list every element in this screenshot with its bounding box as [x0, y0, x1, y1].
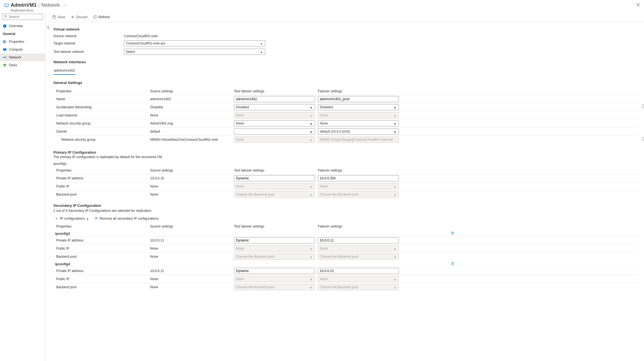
- ipconfig4-title: ipconfig4: [55, 262, 70, 266]
- collapse-sidebar-icon[interactable]: [46, 25, 51, 30]
- refresh-button[interactable]: Refresh: [91, 13, 112, 21]
- select-ipconfig4-pub-test: None▾: [234, 276, 315, 282]
- select-subnet-test[interactable]: ▾: [234, 128, 315, 135]
- value-source-network: ContosoCloudRG-vnet: [124, 34, 158, 38]
- nav-disks[interactable]: Disks: [0, 61, 45, 69]
- close-icon[interactable]: [636, 2, 641, 7]
- select-accel-failover[interactable]: Disabled▾: [318, 104, 399, 110]
- info-icon[interactable]: i: [642, 104, 644, 108]
- select-nsg-test[interactable]: None▾: [234, 120, 315, 126]
- svg-rect-1: [5, 4, 8, 6]
- row-load-balancer: Load balancer None None▾ None▾: [53, 111, 640, 119]
- row-ipconfig3-be: Backend pool None Choose the Backend poo…: [53, 252, 640, 261]
- nav-overview[interactable]: i Overview: [0, 22, 45, 30]
- primary-ip-note: The primary IP configuration is replicat…: [53, 155, 640, 159]
- select-ipconfig4-be-failover: Choose the Backend pool▾: [318, 284, 399, 290]
- row-ipconfig4-be: Backend pool None Choose the Backend poo…: [53, 283, 640, 291]
- row-subnet: Subnet default ▾ default (10.0.0.0/24)▾: [53, 127, 640, 135]
- input-ipconfig3-priv-test[interactable]: [234, 237, 315, 243]
- chevron-down-icon: ▾: [261, 42, 263, 45]
- row-primary-public-ip: Public IP None None▾ None▾: [53, 182, 640, 190]
- input-primary-priv-test[interactable]: [234, 175, 315, 181]
- secondary-grid-header: Properties Source settings Test failover…: [53, 223, 640, 230]
- row-ipconfig3-priv: Private IP address 10.0.0.11: [53, 236, 640, 244]
- select-subnet-nsg-test: None▾: [234, 137, 315, 143]
- delete-ipconfig4-icon[interactable]: [451, 262, 454, 266]
- section-general-settings: General Settings: [53, 81, 640, 85]
- row-accelerated-networking: Accelerated Networking Disabled Disabled…: [53, 103, 640, 111]
- section-secondary-ip: Secondary IP Configuration: [53, 203, 640, 208]
- select-primary-be-test: Choose the Backend pool▾: [234, 191, 315, 198]
- svg-point-12: [5, 56, 6, 57]
- input-ipconfig4-priv-failover[interactable]: [318, 268, 399, 274]
- svg-rect-10: [4, 51, 6, 51]
- select-target-network[interactable]: ContosoCloudRG-vnet-asr ▾: [124, 40, 265, 46]
- disks-icon: [3, 63, 7, 67]
- row-ipconfig3-pub: Public IP None None▾ None▾: [53, 244, 640, 252]
- blade-header: AdminVM1 | Network ⋯ Replicated items: [0, 0, 644, 12]
- svg-point-13: [5, 58, 6, 59]
- info-icon[interactable]: i: [642, 137, 644, 141]
- svg-point-11: [3, 57, 4, 58]
- network-icon: [3, 55, 7, 59]
- add-ip-config-button[interactable]: ＋ IP configurations ▾: [55, 216, 89, 221]
- label-target-network: Target network: [53, 41, 124, 45]
- delete-ipconfig3-icon[interactable]: [451, 231, 454, 235]
- select-lb-failover: None▾: [318, 112, 399, 118]
- nav-label: Compute: [9, 48, 23, 51]
- select-accel-test[interactable]: Disabled▾: [234, 104, 315, 110]
- section-network-interfaces: Network interfaces: [53, 60, 640, 64]
- plus-icon: ＋: [55, 216, 58, 221]
- input-subnet-nsg-failover: [318, 137, 399, 143]
- svg-point-3: [4, 15, 6, 17]
- row-ipconfig4-priv: Private IP address 10.0.0.12: [53, 267, 640, 275]
- discard-button[interactable]: Discard: [69, 13, 89, 21]
- nav-label: Disks: [9, 63, 17, 67]
- nav-compute[interactable]: Compute: [0, 46, 45, 53]
- sidebar: i Overview General Properties Compute: [0, 12, 46, 361]
- svg-rect-7: [4, 40, 5, 43]
- search-icon: [4, 15, 7, 18]
- row-nsg: Network security group AdminVM1-nsg None…: [53, 119, 640, 127]
- svg-rect-15: [53, 16, 55, 17]
- remove-all-ip-config-button[interactable]: Remove all secondary IP configurations: [94, 217, 158, 221]
- section-primary-ip: Primary IP Configuration: [53, 150, 640, 154]
- select-ipconfig4-be-test: Choose the Backend pool▾: [234, 284, 315, 290]
- compute-icon: [3, 48, 7, 51]
- properties-icon: [3, 40, 7, 44]
- nav-label: Overview: [9, 24, 23, 28]
- select-ipconfig3-pub-test: None▾: [234, 245, 315, 252]
- select-ipconfig3-be-failover: Choose the Backend pool▾: [318, 254, 399, 260]
- label-test-failover-network: Test failover network: [53, 50, 124, 54]
- input-name-failover[interactable]: [318, 96, 399, 102]
- input-ipconfig4-priv-test[interactable]: [234, 268, 315, 274]
- sidebar-search[interactable]: [2, 14, 43, 20]
- input-primary-priv-failover[interactable]: [318, 175, 399, 181]
- svg-rect-6: [3, 40, 4, 43]
- ipconfig3-title: ipconfig3: [55, 232, 70, 236]
- select-ipconfig3-pub-failover: None▾: [318, 245, 399, 252]
- chevron-down-icon: ▾: [87, 217, 89, 220]
- select-test-failover-network[interactable]: Select ▾: [124, 49, 265, 55]
- row-ipconfig4-pub: Public IP None None▾ None▾: [53, 275, 640, 283]
- svg-rect-2: [6, 7, 7, 7]
- title-sub: Network: [41, 2, 60, 8]
- section-virtual-network: Virtual network: [53, 27, 640, 31]
- select-ipconfig4-pub-failover: None▾: [318, 276, 399, 282]
- select-lb-test: None▾: [234, 112, 315, 118]
- select-primary-pub-test: None▾: [234, 183, 315, 189]
- nav-properties[interactable]: Properties: [0, 38, 45, 46]
- svg-rect-9: [3, 48, 6, 50]
- select-primary-be-failover: Choose the Backend pool▾: [318, 191, 399, 198]
- select-nsg-failover[interactable]: None▾: [318, 120, 399, 126]
- input-name-test[interactable]: [234, 96, 315, 102]
- save-button[interactable]: Save: [51, 13, 67, 21]
- svg-rect-8: [6, 40, 6, 43]
- title-separator: |: [38, 2, 40, 8]
- input-ipconfig3-priv-failover[interactable]: [318, 237, 399, 243]
- title-main: AdminVM1: [11, 2, 37, 8]
- nav-network[interactable]: Network: [0, 53, 45, 61]
- select-subnet-failover[interactable]: default (10.0.0.0/24)▾: [318, 128, 399, 135]
- tab-nic[interactable]: adminvm1402: [53, 67, 75, 75]
- more-button[interactable]: ⋯: [61, 3, 69, 8]
